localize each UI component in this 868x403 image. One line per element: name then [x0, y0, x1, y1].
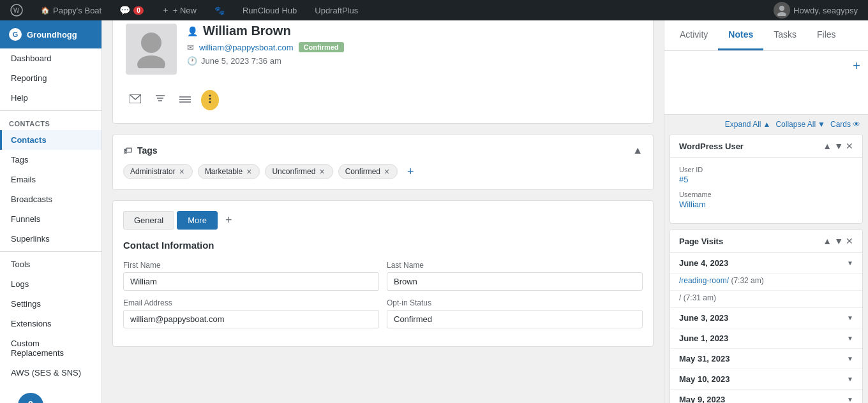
optin-label: Opt-in Status: [387, 298, 643, 307]
visit-date-june3[interactable]: June 3, 2023 ▼: [670, 308, 862, 328]
expand-all-btn[interactable]: Expand All ▲: [725, 120, 771, 129]
filter-action-btn[interactable]: [151, 91, 169, 110]
visit-date-june4[interactable]: June 4, 2023 ▼: [670, 253, 862, 274]
notes-area: +: [664, 51, 868, 115]
brand-icon: G: [9, 28, 22, 41]
tab-more[interactable]: More: [177, 211, 218, 230]
visit-url-reading-room[interactable]: /reading-room/: [679, 276, 729, 285]
username-value: William: [679, 200, 853, 209]
svg-point-2: [779, 6, 784, 11]
sidebar-item-settings[interactable]: Settings: [0, 294, 101, 314]
new-label: + New: [173, 6, 197, 15]
filter-action-icon: [155, 94, 165, 103]
email-address-label: Email Address: [123, 298, 379, 307]
tag-remove-administrator[interactable]: ×: [178, 167, 186, 176]
add-tag-btn[interactable]: +: [403, 164, 418, 179]
sidebar-item-contacts[interactable]: Contacts: [0, 130, 101, 150]
sidebar-item-logs[interactable]: Logs: [0, 274, 101, 294]
adminbar-updraftplus[interactable]: UpdraftPlus: [311, 0, 362, 20]
sidebar-item-broadcasts[interactable]: Broadcasts: [0, 189, 101, 209]
sidebar-item-aws[interactable]: AWS (SES & SNS): [0, 363, 101, 383]
sidebar-item-superlinks[interactable]: Superlinks: [0, 229, 101, 249]
sidebar-item-custom-replacements[interactable]: Custom Replacements: [0, 333, 101, 363]
wordpress-user-card-header: WordPress User ▲ ▼ ✕: [670, 135, 862, 158]
contact-date: June 5, 2023 7:36 am: [201, 56, 281, 66]
add-note-btn[interactable]: +: [853, 59, 860, 73]
user-id-value: #5: [679, 175, 853, 184]
sidebar-brand[interactable]: G Groundhogg: [0, 20, 101, 48]
card-up-btn[interactable]: ▲: [823, 141, 832, 151]
tag-remove-marketable[interactable]: ×: [245, 167, 253, 176]
sidebar-divider-1: [0, 110, 101, 111]
sidebar-item-reporting[interactable]: Reporting: [0, 68, 101, 88]
optin-group: Opt-in Status: [387, 298, 643, 328]
sidebar-item-help[interactable]: Help: [0, 88, 101, 108]
visit-date-may10[interactable]: May 10, 2023 ▼: [670, 369, 862, 383]
more-action-btn[interactable]: [201, 90, 219, 110]
tab-activity[interactable]: Activity: [670, 20, 718, 50]
user-id-label: User ID: [679, 166, 853, 173]
cards-eye-icon: 👁: [853, 120, 860, 129]
adminbar-comments[interactable]: 💬 0: [116, 0, 147, 20]
wordpress-user-title: WordPress User: [679, 142, 744, 151]
adminbar-new[interactable]: ＋ + New: [158, 0, 200, 20]
adminbar-wordpress-logo[interactable]: W: [6, 0, 27, 20]
tab-tasks[interactable]: Tasks: [763, 20, 807, 50]
tag-chip-unconfirmed: Unconfirmed ×: [265, 164, 333, 179]
tab-general[interactable]: General: [123, 211, 174, 230]
expand-icon: ▲: [763, 120, 771, 129]
contact-email-link[interactable]: william@pappysboat.com: [199, 43, 294, 52]
list-action-btn[interactable]: [176, 91, 195, 110]
card-down-btn[interactable]: ▼: [834, 141, 843, 151]
contacts-section-title: Contacts: [0, 114, 101, 130]
sidebar-item-tags[interactable]: Tags: [0, 150, 101, 170]
last-name-input[interactable]: [387, 272, 643, 291]
sidebar-item-extensions[interactable]: Extensions: [0, 314, 101, 333]
sidebar-item-tools[interactable]: Tools: [0, 254, 101, 274]
adminbar-groundhogg[interactable]: 🐾: [211, 0, 228, 20]
tags-collapse-btn[interactable]: ▲: [632, 145, 643, 156]
sidebar: G Groundhogg Dashboard Reporting Help Co…: [0, 20, 102, 383]
chevron-june3: ▼: [847, 314, 853, 321]
tag-remove-unconfirmed[interactable]: ×: [318, 167, 326, 176]
svg-point-3: [777, 12, 786, 16]
howdy-text: Howdy, seagypsy: [793, 6, 858, 15]
card-close-btn[interactable]: ✕: [846, 141, 853, 151]
visit-date-may31[interactable]: May 31, 2023 ▼: [670, 349, 862, 369]
email-group: Email Address: [123, 298, 379, 328]
sidebar-divider-2: [0, 251, 101, 252]
more-action-icon: [205, 94, 215, 104]
page-visits-up-btn[interactable]: ▲: [823, 236, 832, 246]
optin-input[interactable]: [387, 310, 643, 328]
tag-icon: 🏷: [123, 145, 132, 156]
wordpress-user-card: WordPress User ▲ ▼ ✕ User ID #5 Username…: [670, 134, 863, 224]
email-address-input[interactable]: [123, 310, 379, 328]
tag-chip-administrator: Administrator ×: [123, 164, 193, 179]
tag-remove-confirmed[interactable]: ×: [383, 167, 391, 176]
tab-files[interactable]: Files: [807, 20, 846, 50]
collapse-all-btn[interactable]: Collapse All ▼: [775, 120, 825, 129]
sidebar-item-funnels[interactable]: Funnels: [0, 209, 101, 229]
adminbar-runcloud[interactable]: RunCloud Hub: [239, 0, 301, 20]
contact-email-row: ✉ william@pappysboat.com Confirmed: [187, 42, 640, 52]
page-visits-close-btn[interactable]: ✕: [846, 236, 853, 246]
visit-date-june1[interactable]: June 1, 2023 ▼: [670, 328, 862, 349]
page-visits-card: Page Visits ▲ ▼ ✕ June 4, 2023 ▼ /readin…: [670, 229, 863, 383]
sidebar-item-dashboard[interactable]: Dashboard: [0, 48, 101, 68]
add-tab-btn[interactable]: +: [220, 211, 237, 230]
adminbar-site-name[interactable]: 🏠 Pappy's Boat: [37, 0, 105, 20]
last-name-group: Last Name: [387, 261, 643, 291]
first-name-input[interactable]: [123, 272, 379, 291]
contact-avatar: [126, 24, 177, 75]
email-action-btn[interactable]: [126, 91, 145, 110]
sidebar-item-emails[interactable]: Emails: [0, 170, 101, 189]
plus-icon: ＋: [161, 4, 170, 16]
collapse-icon: ▼: [818, 120, 825, 129]
visit-url-root[interactable]: /: [679, 293, 684, 302]
cards-btn[interactable]: Cards 👁: [830, 120, 860, 129]
chevron-may31: ▼: [847, 355, 853, 362]
tab-notes[interactable]: Notes: [718, 20, 763, 50]
visit-detail-reading-room: /reading-room/ (7:32 am): [670, 274, 862, 291]
page-visits-down-btn[interactable]: ▼: [834, 236, 843, 246]
adminbar-user[interactable]: Howdy, seagypsy: [770, 0, 862, 20]
